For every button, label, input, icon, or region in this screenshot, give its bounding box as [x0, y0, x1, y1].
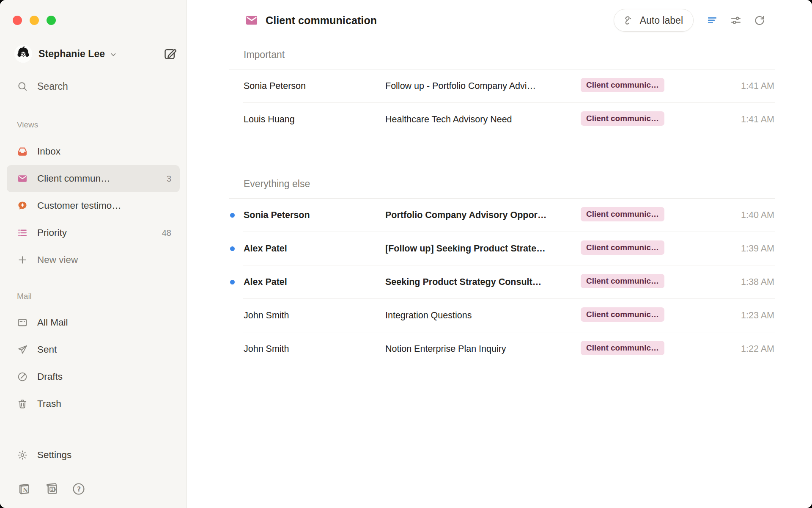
sidebar-item-label: Client commun…: [37, 173, 110, 184]
drafts-icon: [17, 371, 28, 382]
svg-text:?: ?: [77, 486, 81, 493]
email-row[interactable]: Sonia PetersonFollow up - Portfolio Comp…: [229, 69, 775, 102]
email-subject: Notion Enterprise Plan Inquiry: [385, 344, 581, 354]
unread-dot: [230, 213, 235, 218]
email-subject: [Follow up] Seeking Product Strate…: [385, 243, 581, 254]
label-badge[interactable]: Client communic…: [581, 240, 664, 255]
email-subject: Follow up - Portfolio Company Advi…: [385, 81, 581, 91]
gear-icon: [17, 450, 28, 461]
label-badge[interactable]: Client communic…: [581, 207, 664, 221]
label-column: Client communic…: [581, 111, 683, 127]
email-row[interactable]: John SmithNotion Enterprise Plan Inquiry…: [229, 332, 775, 365]
unread-count-badge: 48: [162, 228, 171, 238]
search-input[interactable]: Search: [7, 75, 180, 97]
help-icon[interactable]: ?: [72, 482, 85, 496]
label-column: Client communic…: [581, 307, 683, 323]
email-time: 1:22 AM: [683, 344, 775, 354]
auto-label-button[interactable]: Auto label: [614, 9, 694, 32]
notion-logo-icon[interactable]: N: [17, 482, 31, 496]
sidebar-group-mail: MailAll MailSentDraftsTrash: [0, 290, 187, 417]
section-title: Everything else: [229, 170, 775, 198]
sidebar-item-customer-testimonials[interactable]: Customer testimo…: [7, 192, 180, 219]
email-time: 1:40 AM: [683, 210, 775, 221]
email-row[interactable]: Louis HuangHealthcare Tech Advisory Need…: [229, 103, 775, 136]
minimize-button[interactable]: [30, 16, 39, 25]
auto-label-button-label: Auto label: [640, 15, 683, 26]
label-column: Client communic…: [581, 274, 683, 290]
compose-icon[interactable]: [163, 47, 176, 61]
avatar: [14, 45, 32, 63]
email-row[interactable]: Sonia PetersonPortfolio Company Advisory…: [229, 199, 775, 232]
sidebar-item-label: Settings: [37, 450, 71, 461]
email-time: 1:23 AM: [683, 310, 775, 321]
filter-icon: [706, 14, 718, 26]
account-switcher[interactable]: Stephanie Lee: [14, 42, 176, 65]
page-title: Client communication: [266, 14, 377, 27]
zoom-button[interactable]: [47, 16, 56, 25]
filter-button[interactable]: [704, 12, 721, 29]
sidebar-item-settings[interactable]: Settings: [7, 442, 180, 469]
email-sender: Alex Patel: [244, 277, 385, 287]
label-column: Client communic…: [581, 78, 683, 94]
priority-icon: [17, 227, 28, 238]
sidebar-item-label: All Mail: [37, 317, 68, 328]
email-section: Everything elseSonia PetersonPortfolio C…: [229, 170, 775, 365]
email-sender: Sonia Peterson: [244, 81, 385, 91]
label-column: Client communic…: [581, 207, 683, 223]
email-row[interactable]: Alex PatelSeeking Product Strategy Consu…: [229, 265, 775, 298]
section-title: Important: [229, 41, 775, 69]
unread-count-badge: 3: [167, 174, 171, 184]
display-settings-button[interactable]: [727, 12, 744, 29]
view-header: Client communication Auto label: [187, 0, 812, 41]
email-row[interactable]: John SmithIntegration QuestionsClient co…: [229, 299, 775, 332]
close-button[interactable]: [13, 16, 22, 25]
sidebar-item-all-mail[interactable]: All Mail: [7, 309, 180, 336]
unread-dot: [230, 280, 235, 284]
email-sender: Louis Huang: [244, 114, 385, 125]
email-sender: Alex Patel: [244, 243, 385, 254]
email-sender: Sonia Peterson: [244, 210, 385, 221]
sidebar-item-client-communication[interactable]: Client commun…3: [7, 165, 180, 192]
inbox-icon: [17, 146, 28, 157]
label-badge[interactable]: Client communic…: [581, 111, 664, 126]
email-subject: Integration Questions: [385, 310, 581, 321]
email-sender: John Smith: [244, 344, 385, 354]
sidebar-item-new-view[interactable]: New view: [7, 246, 180, 273]
label-badge[interactable]: Client communic…: [581, 341, 664, 355]
sidebar-item-label: Priority: [37, 227, 67, 238]
sidebar-item-trash[interactable]: Trash: [7, 390, 180, 417]
svg-text:15: 15: [51, 487, 56, 491]
auto-label-icon: [623, 14, 634, 26]
sliders-icon: [730, 14, 742, 26]
sidebar-item-label: Trash: [37, 398, 61, 409]
sidebar-item-inbox[interactable]: Inbox: [7, 138, 180, 165]
refresh-button[interactable]: [751, 12, 768, 29]
sidebar-footer: N 15 ?: [0, 476, 187, 502]
envelope-icon: [17, 173, 28, 184]
email-row[interactable]: Alex Patel[Follow up] Seeking Product St…: [229, 232, 775, 265]
label-badge[interactable]: Client communic…: [581, 307, 664, 322]
all-mail-icon: [17, 317, 28, 328]
sidebar-item-label: Customer testimo…: [37, 200, 121, 211]
chat-plus-icon: [17, 200, 28, 211]
label-badge[interactable]: Client communic…: [581, 274, 664, 288]
calendar-icon[interactable]: 15: [44, 482, 59, 496]
plus-icon: [17, 254, 28, 265]
sidebar-item-sent[interactable]: Sent: [7, 336, 180, 363]
read-state-gutter: [229, 280, 244, 284]
email-sender: John Smith: [244, 310, 385, 321]
sidebar: Stephanie Lee Search ViewsInboxClient co…: [0, 0, 187, 508]
email-time: 1:38 AM: [683, 277, 775, 287]
sidebar-item-drafts[interactable]: Drafts: [7, 363, 180, 390]
sidebar-section-label-mail: Mail: [17, 290, 187, 302]
read-state-gutter: [229, 213, 244, 218]
app-window: Stephanie Lee Search ViewsInboxClient co…: [0, 0, 812, 508]
label-badge[interactable]: Client communic…: [581, 78, 664, 92]
refresh-icon: [754, 14, 765, 26]
sidebar-item-label: Inbox: [37, 146, 60, 157]
email-subject: Seeking Product Strategy Consult…: [385, 277, 581, 287]
sidebar-item-label: New view: [37, 254, 78, 265]
sidebar-item-priority[interactable]: Priority48: [7, 219, 180, 246]
label-column: Client communic…: [581, 341, 683, 357]
mail-label-icon: [244, 13, 259, 28]
